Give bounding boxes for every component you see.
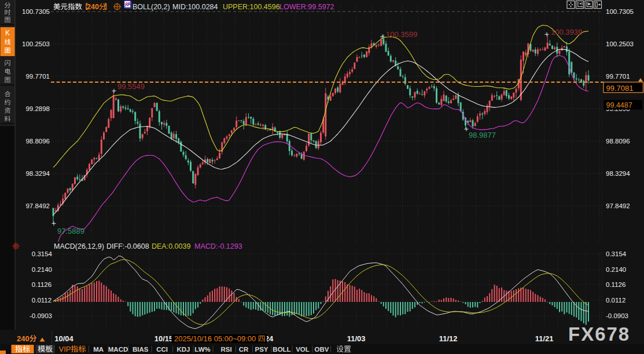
svg-text:100.7305: 100.7305 — [606, 8, 634, 15]
svg-text:240: 240 — [87, 3, 99, 11]
svg-text:99.7701: 99.7701 — [606, 73, 630, 80]
svg-text:97.8492: 97.8492 — [606, 202, 630, 209]
svg-text:97.5889: 97.5889 — [57, 227, 84, 235]
svg-text:-0.0903: -0.0903 — [30, 312, 52, 319]
svg-text:100.7305: 100.7305 — [22, 8, 50, 15]
svg-text:11/12: 11/12 — [439, 334, 458, 343]
svg-text:CR: CR — [239, 346, 249, 353]
svg-text:97.8492: 97.8492 — [25, 202, 50, 209]
svg-text:MID:100.0284: MID:100.0284 — [172, 3, 218, 11]
svg-text:FX678: FX678 — [568, 323, 630, 345]
svg-text:10/15: 10/15 — [154, 334, 174, 343]
svg-text:98.3294: 98.3294 — [25, 170, 50, 177]
svg-text:VOL: VOL — [296, 346, 310, 353]
svg-text:LOWER:99.5972: LOWER:99.5972 — [279, 3, 334, 11]
svg-text:0.0112: 0.0112 — [606, 297, 625, 304]
svg-text:0.1126: 0.1126 — [32, 281, 51, 288]
svg-text:99.5549: 99.5549 — [117, 82, 145, 91]
svg-text:BOLL(20,2): BOLL(20,2) — [133, 3, 170, 11]
svg-text:-0.0903: -0.0903 — [606, 312, 628, 319]
svg-text:0.2140: 0.2140 — [32, 266, 52, 273]
svg-text:MACD: MACD — [108, 346, 128, 353]
svg-text:MA: MA — [93, 346, 104, 353]
svg-text:98.9877: 98.9877 — [469, 131, 496, 139]
svg-text:100.3599: 100.3599 — [386, 30, 417, 39]
svg-text:100.2503: 100.2503 — [606, 40, 634, 47]
svg-text:0.2140: 0.2140 — [606, 266, 626, 273]
svg-text:240: 240 — [17, 334, 30, 343]
svg-text:RSI: RSI — [220, 346, 231, 353]
svg-text:98.3294: 98.3294 — [606, 170, 630, 177]
svg-text:99.2898: 99.2898 — [25, 105, 50, 112]
svg-text:MACD(26,12,9): MACD(26,12,9) — [54, 242, 104, 250]
svg-text:99.7701: 99.7701 — [25, 73, 50, 80]
svg-text:OBV: OBV — [315, 346, 329, 353]
svg-text:98.8096: 98.8096 — [606, 138, 630, 145]
svg-text:0.3154: 0.3154 — [32, 250, 53, 257]
svg-text:BOLL: BOLL — [273, 346, 290, 353]
svg-text:99.7081: 99.7081 — [606, 84, 634, 93]
svg-text:0.0112: 0.0112 — [32, 297, 51, 304]
svg-text:CCI: CCI — [156, 346, 168, 353]
svg-text:PSY: PSY — [255, 346, 268, 353]
svg-text:99.4487: 99.4487 — [606, 101, 632, 109]
svg-text:100.2503: 100.2503 — [22, 40, 50, 47]
svg-text:100.3939: 100.3939 — [551, 28, 582, 36]
svg-text:2025/10/16 05:00~09:00: 2025/10/16 05:00~09:00 — [174, 334, 256, 343]
svg-text:MACD:-0.1293: MACD:-0.1293 — [194, 242, 242, 250]
svg-text:11/03: 11/03 — [347, 334, 366, 343]
svg-text:VIP: VIP — [59, 345, 71, 353]
svg-text:0.1126: 0.1126 — [606, 281, 625, 288]
svg-text:98.8096: 98.8096 — [25, 138, 50, 145]
svg-text:LW%: LW% — [194, 346, 210, 353]
svg-text:10/04: 10/04 — [54, 334, 73, 343]
svg-text:DIFF:-0.0608: DIFF:-0.0608 — [106, 242, 149, 250]
svg-text:UPPER:100.4596: UPPER:100.4596 — [223, 3, 280, 11]
svg-text:BIAS: BIAS — [133, 346, 149, 353]
svg-text:DEA:0.0039: DEA:0.0039 — [152, 242, 190, 250]
svg-text:KDJ: KDJ — [176, 346, 190, 353]
svg-text:K: K — [5, 29, 10, 37]
svg-text:11/21: 11/21 — [535, 334, 554, 343]
svg-text:0.3154: 0.3154 — [606, 250, 627, 257]
